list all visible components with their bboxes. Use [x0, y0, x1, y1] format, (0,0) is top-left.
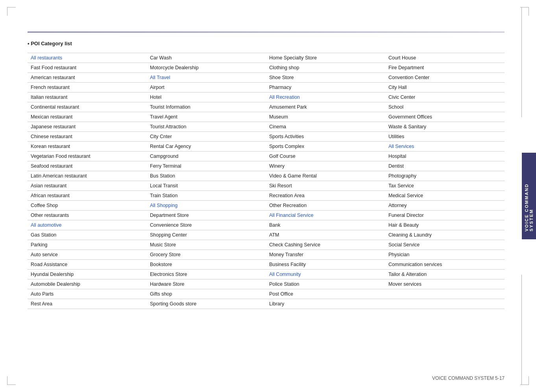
side-tab-line-bottom: [521, 275, 522, 385]
table-cell: Vegetarian Food restaurant: [28, 152, 147, 161]
table-cell: Convention Center: [385, 73, 505, 83]
table-row: African restaurantTrain StationRecreatio…: [28, 191, 505, 201]
corner-br-v: [529, 376, 529, 385]
table-cell: Grocery Store: [147, 250, 266, 260]
table-cell: Ski Resort: [266, 181, 385, 191]
table-cell: Amusement Park: [266, 102, 385, 112]
footer: VOICE COMMAND SYSTEM 5-17: [432, 375, 505, 381]
side-tab-line-top: [521, 7, 522, 117]
table-cell: Bank: [266, 220, 385, 230]
table-cell: Sports Complex: [266, 142, 385, 152]
table-cell: All Community: [266, 270, 385, 279]
table-cell: All automotive: [28, 220, 147, 230]
table-cell: Gas Station: [28, 230, 147, 240]
table-cell: Shopping Center: [147, 230, 266, 240]
table-cell: Local Transit: [147, 181, 266, 191]
table-cell: African restaurant: [28, 191, 147, 201]
table-cell: Other restaurants: [28, 211, 147, 220]
table-cell: Korean restaurant: [28, 142, 147, 152]
table-cell: Travel Agent: [147, 112, 266, 122]
table-cell: Coffee Shop: [28, 201, 147, 211]
table-cell: Motorcycle Dealership: [147, 63, 266, 73]
table-cell: Auto Parts: [28, 289, 147, 299]
table-cell: Hair & Beauty: [385, 220, 505, 230]
table-row: Fast Food restaurantMotorcycle Dealershi…: [28, 63, 505, 73]
table-cell: Mexican restaurant: [28, 112, 147, 122]
table-cell: Utilities: [385, 132, 505, 142]
table-row: Rest AreaSporting Goods storeLibrary: [28, 299, 505, 309]
corner-tl-v: [7, 7, 7, 16]
table-row: All automotiveConvenience StoreBankHair …: [28, 220, 505, 230]
table-row: Korean restaurantRental Car AgencySports…: [28, 142, 505, 152]
table-cell: Tourist Information: [147, 102, 266, 112]
table-cell: Physician: [385, 250, 505, 260]
table-cell: Ferry Terminal: [147, 161, 266, 171]
poi-heading: • POI Category list: [28, 41, 505, 46]
table-cell: Government Offices: [385, 112, 505, 122]
table-cell: Video & Game Rental: [266, 171, 385, 181]
table-cell: Cinema: [266, 122, 385, 132]
table-row: ParkingMusic StoreCheck Cashing ServiceS…: [28, 240, 505, 250]
table-cell: Rest Area: [28, 299, 147, 309]
table-cell: Italian restaurant: [28, 92, 147, 102]
table-cell: Social Service: [385, 240, 505, 250]
table-cell: Post Office: [266, 289, 385, 299]
table-cell: All Travel: [147, 73, 266, 83]
table-cell: Tax Service: [385, 181, 505, 191]
table-cell: Funeral Director: [385, 211, 505, 220]
table-cell: American restaurant: [28, 73, 147, 83]
corner-tl: [7, 7, 16, 7]
table-row: Continental restaurantTourist Informatio…: [28, 102, 505, 112]
table-cell: Rental Car Agency: [147, 142, 266, 152]
table-cell: Asian restaurant: [28, 181, 147, 191]
table-cell: Electronics Store: [147, 270, 266, 279]
corner-bl: [7, 385, 16, 385]
table-cell: Sports Activities: [266, 132, 385, 142]
table-cell: Money Transfer: [266, 250, 385, 260]
table-cell: Fire Department: [385, 63, 505, 73]
table-row: American restaurantAll TravelShoe StoreC…: [28, 73, 505, 83]
table-cell: Music Store: [147, 240, 266, 250]
table-cell: Train Station: [147, 191, 266, 201]
table-cell: Fast Food restaurant: [28, 63, 147, 73]
table-row: Mexican restaurantTravel AgentMuseumGove…: [28, 112, 505, 122]
table-cell: Medical Service: [385, 191, 505, 201]
table-cell: Latin American restaurant: [28, 171, 147, 181]
table-cell: Business Facility: [266, 260, 385, 270]
main-content: • POI Category list All restaurantsCar W…: [28, 31, 505, 368]
table-row: Hyundai DealershipElectronics StoreAll C…: [28, 270, 505, 279]
table-row: Italian restaurantHotelAll RecreationCiv…: [28, 92, 505, 102]
table-cell: Golf Course: [266, 152, 385, 161]
table-cell: All restaurants: [28, 53, 147, 63]
table-cell: Auto service: [28, 250, 147, 260]
table-cell: City Cnter: [147, 132, 266, 142]
table-cell: Hospital: [385, 152, 505, 161]
table-cell: Recreation Area: [266, 191, 385, 201]
table-cell: Hardware Store: [147, 279, 266, 289]
table-cell: Museum: [266, 112, 385, 122]
table-cell: Bus Station: [147, 171, 266, 181]
table-row: Automobile DealershipHardware StorePolic…: [28, 279, 505, 289]
table-cell: Tourist Attraction: [147, 122, 266, 132]
table-cell: All Financial Service: [266, 211, 385, 220]
table-cell: ATM: [266, 230, 385, 240]
table-row: Asian restaurantLocal TransitSki ResortT…: [28, 181, 505, 191]
table-cell: Home Specialty Store: [266, 53, 385, 63]
table-cell: Pharmacy: [266, 83, 385, 92]
table-cell: Communication services: [385, 260, 505, 270]
table-cell: Bookstore: [147, 260, 266, 270]
table-cell: Seafood restaurant: [28, 161, 147, 171]
table-cell: Convenience Store: [147, 220, 266, 230]
table-row: All restaurantsCar WashHome Specialty St…: [28, 53, 505, 63]
table-cell: Library: [266, 299, 385, 309]
table-row: Auto PartsGifts shopPost Office: [28, 289, 505, 299]
table-row: Latin American restaurantBus StationVide…: [28, 171, 505, 181]
table-cell: Mover services: [385, 279, 505, 289]
table-cell: Hyundai Dealership: [28, 270, 147, 279]
table-cell: Car Wash: [147, 53, 266, 63]
table-cell: Automobile Dealership: [28, 279, 147, 289]
side-tab-label: VOICE COMMAND SYSTEM: [524, 161, 534, 231]
corner-tr-v: [529, 7, 529, 16]
table-cell: All Recreation: [266, 92, 385, 102]
table-row: Coffee ShopAll ShoppingOther RecreationA…: [28, 201, 505, 211]
